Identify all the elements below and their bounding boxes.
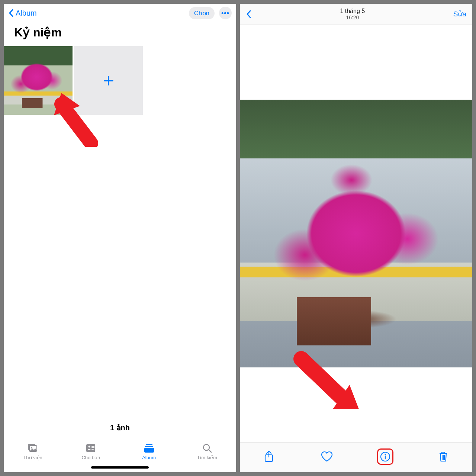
photo-time: 16:20 [346, 15, 359, 21]
svg-rect-9 [145, 446, 153, 447]
phone-left-album-view: Album Chọn ••• Kỷ niệm 1 ảnh [4, 4, 236, 472]
tab-album-label: Album [142, 455, 156, 460]
svg-rect-6 [91, 447, 94, 448]
back-button[interactable]: Album [16, 9, 37, 17]
svg-rect-5 [91, 446, 94, 447]
album-title: Kỷ niệm [4, 22, 236, 46]
foryou-icon [85, 443, 96, 453]
svg-rect-10 [144, 448, 154, 453]
displayed-photo [240, 100, 472, 367]
edit-button[interactable]: Sửa [453, 10, 466, 18]
share-icon [264, 450, 274, 463]
svg-rect-7 [91, 449, 94, 450]
photo-count-label: 1 ảnh [4, 418, 236, 439]
annotation-arrow-thumbnail [48, 87, 104, 147]
tab-bar: Thư viện Cho bạn Album Tìm kiếm [4, 439, 236, 462]
photo-nav-bar: 1 tháng 5 16:20 Sửa [240, 4, 472, 25]
annotation-arrow-info [292, 350, 366, 416]
tab-library[interactable]: Thư viện [4, 443, 62, 460]
select-button[interactable]: Chọn [189, 7, 215, 19]
svg-rect-8 [146, 444, 152, 445]
library-icon [27, 443, 38, 453]
svg-point-4 [89, 446, 90, 448]
more-button[interactable]: ••• [219, 7, 232, 19]
plus-icon [103, 75, 114, 86]
navigation-bar: Album Chọn ••• [4, 4, 236, 22]
tab-album[interactable]: Album [120, 443, 178, 460]
share-button[interactable] [240, 448, 298, 465]
tab-library-label: Thư viện [23, 455, 42, 460]
tab-search-label: Tìm kiếm [197, 455, 217, 460]
photo-toolbar [240, 442, 472, 472]
trash-icon [438, 451, 448, 463]
svg-point-2 [31, 447, 32, 448]
back-button[interactable] [246, 10, 252, 19]
photo-date: 1 tháng 5 [340, 7, 365, 15]
tab-foryou-label: Cho bạn [81, 455, 100, 460]
ellipsis-icon: ••• [221, 9, 229, 17]
info-button[interactable] [356, 448, 414, 465]
phone-right-photo-view: 1 tháng 5 16:20 Sửa [240, 4, 472, 472]
back-chevron-icon[interactable] [8, 9, 14, 17]
thumbnail-grid [4, 46, 236, 115]
info-icon [377, 448, 393, 465]
favorite-button[interactable] [298, 448, 356, 465]
tab-foryou[interactable]: Cho bạn [62, 443, 120, 460]
search-icon [202, 443, 213, 453]
photo-date-header: 1 tháng 5 16:20 [252, 7, 453, 21]
tab-search[interactable]: Tìm kiếm [178, 443, 236, 460]
home-indicator[interactable] [91, 466, 149, 469]
album-icon [144, 443, 155, 453]
delete-button[interactable] [414, 448, 472, 465]
svg-point-14 [385, 454, 386, 455]
heart-icon [321, 451, 333, 462]
